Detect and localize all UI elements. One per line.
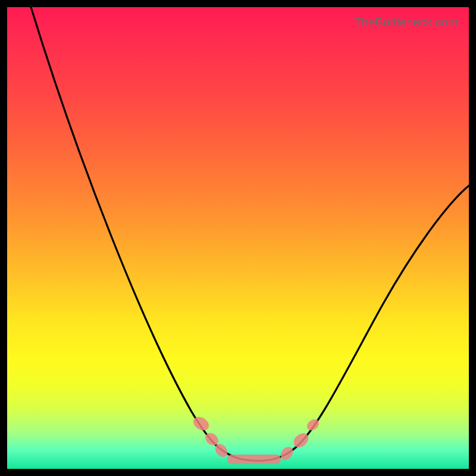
curve-layer bbox=[7, 7, 469, 469]
bottleneck-curve bbox=[31, 7, 469, 461]
plot-area: TheBottleneck.com bbox=[7, 7, 469, 469]
attribution-text: TheBottleneck.com bbox=[354, 15, 458, 29]
outer-frame: TheBottleneck.com bbox=[0, 0, 476, 476]
highlight-band bbox=[191, 414, 321, 464]
svg-rect-3 bbox=[227, 455, 281, 464]
